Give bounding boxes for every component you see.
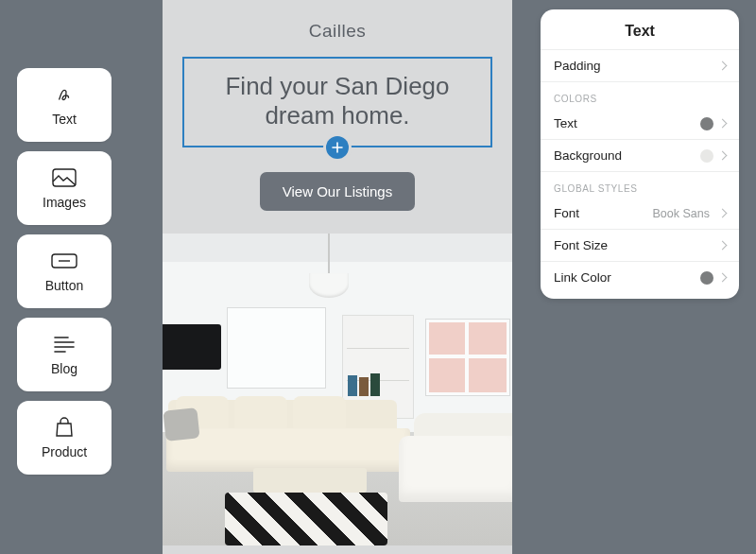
coffee-table-icon bbox=[253, 468, 367, 493]
chevron-right-icon bbox=[718, 241, 728, 251]
inspector-row-font[interactable]: Font Book Sans bbox=[541, 198, 739, 229]
blog-icon bbox=[51, 333, 77, 355]
tool-text[interactable]: Text bbox=[17, 68, 112, 142]
inspector-row-background-color[interactable]: Background bbox=[541, 139, 739, 171]
headline-text[interactable]: Find your San Diego dream home. bbox=[194, 72, 481, 130]
add-block-button[interactable] bbox=[326, 136, 349, 159]
inspector-label: Link Color bbox=[554, 270, 611, 285]
inspector-section-colors: COLORS bbox=[541, 81, 739, 108]
chevron-right-icon bbox=[718, 61, 728, 71]
tool-product[interactable]: Product bbox=[17, 401, 112, 475]
inspector-label: Padding bbox=[554, 59, 601, 73]
sofa-icon bbox=[166, 428, 410, 472]
tv-icon bbox=[163, 324, 221, 370]
inspector-section-global: GLOBAL STYLES bbox=[541, 171, 739, 198]
chevron-right-icon bbox=[718, 151, 728, 161]
editor-canvas: Cailles Find your San Diego dream home. … bbox=[163, 0, 512, 554]
tool-button[interactable]: Button bbox=[17, 234, 112, 308]
color-swatch-icon bbox=[700, 271, 713, 285]
chevron-right-icon bbox=[718, 273, 728, 283]
tool-blog[interactable]: Blog bbox=[17, 318, 112, 391]
image-icon bbox=[51, 166, 77, 189]
chevron-right-icon bbox=[718, 209, 728, 218]
color-swatch-icon bbox=[700, 117, 713, 130]
inspector-row-font-size[interactable]: Font Size bbox=[541, 229, 739, 261]
tool-images-label: Images bbox=[43, 195, 86, 210]
window-icon bbox=[227, 307, 326, 389]
tool-palette: Text Images Button Blog Product bbox=[17, 68, 112, 475]
plus-icon bbox=[332, 142, 343, 153]
tool-button-label: Button bbox=[45, 278, 83, 293]
inspector-label: Background bbox=[554, 148, 622, 163]
inspector-value: Book Sans bbox=[653, 207, 710, 220]
tool-text-label: Text bbox=[52, 112, 77, 127]
inspector-title: Text bbox=[541, 23, 739, 49]
inspector-label: Font bbox=[554, 206, 579, 220]
chevron-right-icon bbox=[718, 119, 728, 129]
headline-block: Find your San Diego dream home. bbox=[182, 57, 492, 147]
tool-blog-label: Blog bbox=[51, 361, 77, 376]
color-swatch-icon bbox=[700, 149, 713, 163]
hero-image[interactable] bbox=[163, 234, 512, 545]
inspector-panel: Text Padding COLORS Text Background GLOB… bbox=[541, 9, 739, 299]
cta-button[interactable]: View Our Listings bbox=[260, 172, 415, 211]
text-icon bbox=[51, 83, 77, 106]
inspector-row-text-color[interactable]: Text bbox=[541, 108, 739, 139]
product-icon bbox=[51, 416, 77, 439]
tool-product-label: Product bbox=[42, 444, 87, 459]
button-icon bbox=[51, 250, 77, 272]
ottoman-icon bbox=[225, 493, 387, 545]
headline-selected[interactable]: Find your San Diego dream home. bbox=[182, 57, 492, 147]
tool-images[interactable]: Images bbox=[17, 151, 112, 225]
inspector-row-link-color[interactable]: Link Color bbox=[541, 261, 739, 293]
site-title[interactable]: Cailles bbox=[309, 21, 367, 42]
cta-label: View Our Listings bbox=[283, 183, 392, 199]
inspector-row-padding[interactable]: Padding bbox=[541, 49, 739, 81]
inspector-label: Font Size bbox=[554, 238, 608, 252]
inspector-label: Text bbox=[554, 116, 577, 130]
